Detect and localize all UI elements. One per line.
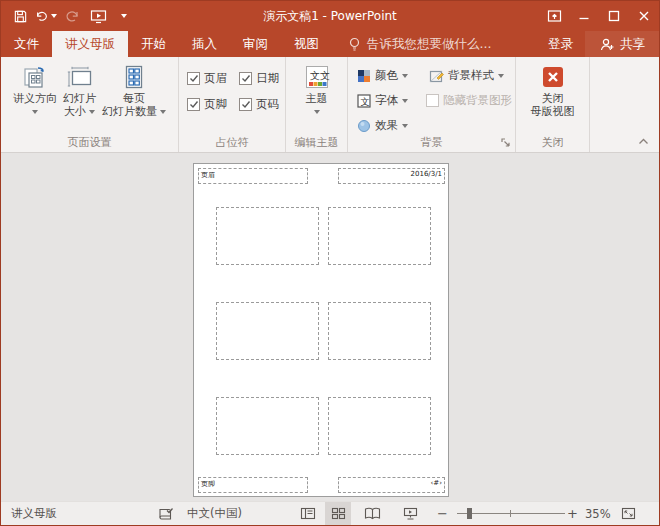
slide-size-icon — [65, 62, 95, 92]
tab-handout-master[interactable]: 讲义母版 — [52, 31, 128, 57]
tab-file[interactable]: 文件 — [1, 31, 52, 57]
placeholder-checkboxes: 页眉 日期 页脚 页码 — [179, 57, 285, 117]
spell-check-button[interactable] — [153, 502, 179, 525]
window-controls — [539, 1, 659, 31]
tab-review[interactable]: 审阅 — [230, 31, 281, 57]
fonts-caret — [402, 99, 408, 103]
zoom-slider-handle[interactable] — [467, 508, 472, 519]
checkbox-date[interactable]: 日期 — [239, 71, 291, 86]
edit-theme-buttons: 文文 主题 — [286, 57, 347, 120]
slides-per-page-icon — [121, 62, 147, 92]
colors-button[interactable]: 颜色 — [354, 66, 426, 85]
close-master-label-2: 母版视图 — [531, 105, 575, 118]
date-placeholder[interactable]: 2016/3/1 — [338, 168, 445, 184]
close-icon — [638, 10, 650, 22]
normal-view-button[interactable] — [295, 502, 321, 525]
minimize-icon — [578, 10, 590, 22]
background-styles-caret — [498, 74, 504, 78]
checkbox-date-box — [239, 72, 252, 85]
page-setup-buttons: 讲义方向 幻灯片 大小 — [1, 57, 178, 120]
checkbox-header[interactable]: 页眉 — [187, 71, 239, 86]
background-styles-button[interactable]: 背景样式 — [426, 66, 522, 85]
footer-placeholder-text: 页脚 — [199, 478, 307, 490]
svg-text:文文: 文文 — [310, 70, 330, 81]
statusbar-view-label: 讲义母版 — [11, 502, 57, 525]
handout-master-page[interactable]: 页眉 2016/3/1 页脚 ‹#› — [193, 163, 449, 497]
group-label-page-setup: 页面设置 — [1, 135, 178, 150]
background-styles-icon — [429, 69, 444, 83]
handout-orientation-button[interactable]: 讲义方向 — [10, 60, 60, 120]
share-person-icon — [599, 37, 615, 51]
slides-per-page-label-1: 每页 — [123, 92, 145, 105]
close-window-button[interactable] — [629, 1, 659, 31]
zoom-out-button[interactable]: − — [437, 502, 451, 525]
colors-icon — [357, 69, 371, 83]
background-styles-label: 背景样式 — [448, 68, 494, 83]
ribbon-display-options-icon — [547, 9, 562, 23]
fonts-label: 字体 — [375, 93, 398, 108]
ribbon-display-options-button[interactable] — [539, 1, 569, 31]
maximize-button[interactable] — [599, 1, 629, 31]
themes-button[interactable]: 文文 主题 — [300, 60, 334, 120]
undo-dropdown-caret[interactable] — [51, 14, 57, 18]
page-number-placeholder[interactable]: ‹#› — [338, 477, 445, 493]
editing-canvas: 页眉 2016/3/1 页脚 ‹#› — [1, 153, 659, 501]
slide-placeholder-1[interactable] — [216, 207, 319, 265]
fonts-icon: 文 — [357, 94, 371, 108]
zoom-in-button[interactable]: + — [567, 502, 581, 525]
slide-placeholder-2[interactable] — [328, 207, 431, 265]
slide-size-label-2: 大小 — [64, 105, 86, 118]
checkbox-page-number-box — [239, 98, 252, 111]
zoom-slider-track[interactable] — [457, 513, 565, 514]
tab-view[interactable]: 视图 — [281, 31, 332, 57]
save-button[interactable] — [9, 5, 31, 27]
fit-to-window-button[interactable] — [615, 502, 641, 525]
reading-view-button[interactable] — [359, 502, 385, 525]
slides-per-page-button[interactable]: 每页 幻灯片数量 — [99, 60, 169, 120]
group-page-setup: 讲义方向 幻灯片 大小 — [1, 57, 179, 152]
zoom-slider-center-tick — [510, 510, 511, 517]
title-bar: 演示文稿1 - PowerPoint — [1, 1, 659, 31]
zoom-level[interactable]: 35% — [585, 502, 611, 525]
slide-placeholder-4[interactable] — [328, 302, 431, 360]
slide-sorter-view-button[interactable] — [325, 502, 351, 525]
minimize-button[interactable] — [569, 1, 599, 31]
fonts-button[interactable]: 文 字体 — [354, 91, 426, 110]
sign-in-button[interactable]: 登录 — [536, 31, 585, 57]
group-close: 关闭 母版视图 关闭 — [516, 57, 590, 152]
slide-size-button[interactable]: 幻灯片 大小 — [60, 60, 99, 120]
checkbox-footer-label: 页脚 — [204, 97, 227, 112]
checkbox-page-number[interactable]: 页码 — [239, 97, 291, 112]
customize-qat-button[interactable] — [113, 5, 135, 27]
language-indicator[interactable]: 中文(中国) — [187, 502, 242, 525]
slide-placeholder-3[interactable] — [216, 302, 319, 360]
group-background: 颜色 背景样式 文 字体 — [348, 57, 516, 152]
background-dialog-launcher[interactable] — [500, 137, 512, 149]
effects-button[interactable]: 效果 — [354, 116, 426, 135]
tab-home[interactable]: 开始 — [128, 31, 179, 57]
slide-placeholder-5[interactable] — [216, 397, 319, 455]
hide-background-graphics-checkbox[interactable]: 隐藏背景图形 — [426, 93, 522, 108]
svg-text:文: 文 — [360, 96, 369, 106]
quick-access-toolbar — [1, 5, 135, 27]
collapse-ribbon-button[interactable] — [635, 134, 651, 148]
group-label-edit-theme: 编辑主题 — [286, 135, 347, 150]
slide-size-label-1: 幻灯片 — [63, 92, 96, 105]
slideshow-view-button[interactable] — [397, 502, 423, 525]
tab-insert[interactable]: 插入 — [179, 31, 230, 57]
share-label: 共享 — [620, 36, 645, 53]
close-master-view-button[interactable]: 关闭 母版视图 — [528, 60, 578, 120]
start-slideshow-icon — [90, 9, 107, 24]
slide-placeholder-6[interactable] — [328, 397, 431, 455]
tell-me-box[interactable]: 告诉我您想要做什么... — [348, 31, 491, 57]
checkbox-footer[interactable]: 页脚 — [187, 97, 239, 112]
redo-button[interactable] — [61, 5, 83, 27]
qat-dropdown-caret — [121, 14, 127, 18]
powerpoint-window: 演示文稿1 - PowerPoint — [0, 0, 660, 526]
share-button[interactable]: 共享 — [585, 31, 659, 57]
start-from-beginning-button[interactable] — [87, 5, 109, 27]
ribbon-spacer — [590, 57, 659, 152]
footer-placeholder[interactable]: 页脚 — [198, 477, 308, 493]
undo-button[interactable] — [35, 5, 57, 27]
header-placeholder[interactable]: 页眉 — [198, 168, 308, 184]
